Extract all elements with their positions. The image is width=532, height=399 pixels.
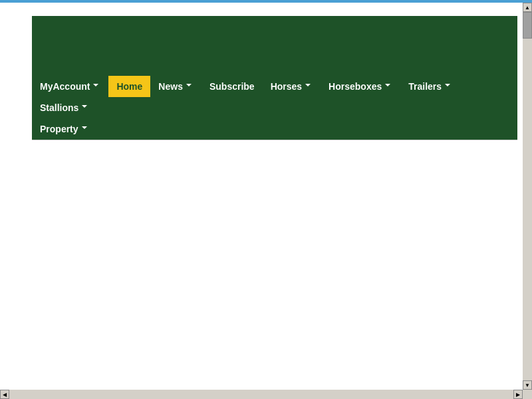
myaccount-chevron-icon bbox=[92, 82, 100, 90]
horizontal-scrollbar[interactable]: ◀ ▶ bbox=[0, 390, 523, 399]
nav-divider bbox=[32, 140, 517, 140]
page-content: MyAccount Home News Subscribe Horses bbox=[27, 9, 523, 383]
nav-horseboxes[interactable]: Horseboxes bbox=[321, 76, 400, 97]
nav-stallions-label: Stallions bbox=[40, 102, 78, 113]
nav-myaccount[interactable]: MyAccount bbox=[32, 76, 108, 97]
outer-frame: ▲ ▼ ◀ ▶ MyAccount Home bbox=[0, 0, 532, 399]
horses-chevron-icon bbox=[305, 82, 313, 90]
nav-subscribe-label: Subscribe bbox=[209, 81, 255, 92]
trailers-chevron-icon bbox=[444, 82, 452, 90]
nav-home-label: Home bbox=[116, 81, 142, 92]
main-area: MyAccount Home News Subscribe Horses bbox=[0, 3, 523, 390]
nav-subscribe[interactable]: Subscribe bbox=[201, 76, 263, 97]
scroll-down-button[interactable]: ▼ bbox=[523, 380, 532, 390]
nav-stallions[interactable]: Stallions bbox=[32, 97, 97, 118]
navbar-row1: MyAccount Home News Subscribe Horses bbox=[32, 76, 517, 118]
scroll-up-button[interactable]: ▲ bbox=[523, 3, 532, 12]
nav-horseboxes-label: Horseboxes bbox=[329, 81, 382, 92]
nav-news[interactable]: News bbox=[150, 76, 201, 97]
nav-trailers[interactable]: Trailers bbox=[400, 76, 460, 97]
scroll-h-track bbox=[9, 390, 513, 399]
news-chevron-icon bbox=[186, 82, 194, 90]
site-banner bbox=[32, 16, 517, 76]
nav-property[interactable]: Property bbox=[32, 118, 97, 140]
nav-trailers-label: Trailers bbox=[408, 81, 442, 92]
scroll-left-button[interactable]: ◀ bbox=[0, 390, 9, 399]
stallions-chevron-icon bbox=[81, 104, 89, 112]
nav-horses-label: Horses bbox=[271, 81, 302, 92]
navbar-row2: Property bbox=[32, 118, 517, 140]
scroll-thumb[interactable] bbox=[523, 12, 532, 39]
nav-horses[interactable]: Horses bbox=[263, 76, 321, 97]
scroll-right-button[interactable]: ▶ bbox=[513, 390, 523, 399]
nav-news-label: News bbox=[158, 81, 183, 92]
nav-home[interactable]: Home bbox=[108, 76, 150, 97]
scrollbar-corner bbox=[523, 390, 532, 399]
horseboxes-chevron-icon bbox=[384, 82, 392, 90]
vertical-scrollbar[interactable]: ▲ ▼ bbox=[523, 3, 532, 390]
property-chevron-icon bbox=[81, 125, 89, 133]
nav-myaccount-label: MyAccount bbox=[40, 81, 90, 92]
nav-property-label: Property bbox=[40, 124, 78, 134]
